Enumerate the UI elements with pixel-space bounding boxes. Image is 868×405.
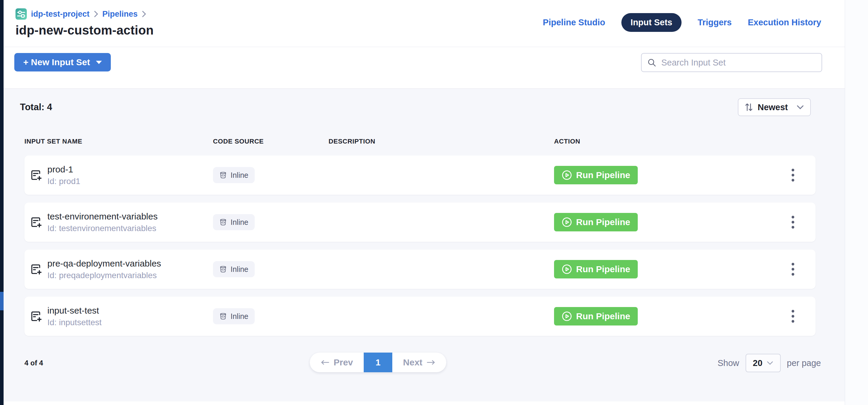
- inline-store-icon: [219, 265, 227, 273]
- play-circle-icon: [561, 311, 572, 322]
- input-set-icon: [29, 168, 42, 182]
- scrollbar-gutter: [845, 0, 868, 405]
- prev-page-button[interactable]: Prev: [310, 352, 364, 372]
- table-row[interactable]: input-set-test Id: inputsettest: [24, 297, 815, 336]
- code-source-label: Inline: [230, 218, 248, 227]
- prev-label: Prev: [334, 357, 353, 368]
- next-label: Next: [403, 357, 423, 368]
- table-row[interactable]: test-environement-variables Id: testenvi…: [24, 202, 815, 242]
- run-pipeline-button[interactable]: Run Pipeline: [554, 307, 638, 325]
- tab-input-sets[interactable]: Input Sets: [621, 13, 682, 32]
- breadcrumb: idp-test-project Pipelines: [16, 8, 154, 20]
- sort-arrows-icon: [745, 102, 753, 112]
- input-set-icon: [29, 263, 42, 276]
- row-menu-kebab-icon[interactable]: [789, 260, 797, 278]
- breadcrumb-pipelines-link[interactable]: Pipelines: [102, 9, 138, 19]
- play-circle-icon: [561, 264, 572, 275]
- pagination: Prev 1 Next: [310, 352, 446, 372]
- column-input-set-name: INPUT SET NAME: [24, 137, 213, 145]
- code-source-label: Inline: [230, 312, 248, 321]
- inline-store-icon: [219, 312, 227, 320]
- arrow-right-icon: [427, 360, 435, 365]
- column-action: ACTION: [554, 137, 845, 145]
- code-source-badge: Inline: [213, 167, 255, 183]
- tab-execution-history[interactable]: Execution History: [748, 18, 821, 27]
- page-header: idp-test-project Pipelines idp-new-custo…: [4, 0, 845, 47]
- results-count: 4 of 4: [24, 359, 43, 367]
- search-box: [641, 53, 822, 72]
- total-count-label: Total: 4: [20, 102, 52, 113]
- breadcrumb-chevron-icon: [94, 10, 98, 18]
- harness-project-icon: [16, 8, 27, 20]
- next-page-button[interactable]: Next: [392, 352, 446, 372]
- list-footer: 4 of 4 Prev 1 Next Show: [4, 352, 845, 373]
- input-set-name: test-environement-variables: [48, 212, 158, 222]
- input-set-id: Id: prod1: [48, 177, 81, 186]
- new-input-set-label: + New Input Set: [23, 57, 90, 67]
- run-pipeline-button[interactable]: Run Pipeline: [554, 213, 638, 231]
- show-label: Show: [718, 358, 739, 368]
- table-row[interactable]: pre-qa-deployment-variables Id: preqadep…: [24, 250, 815, 289]
- input-set-id: Id: preqadeploymentvariables: [48, 271, 161, 280]
- input-set-name: input-set-test: [48, 306, 101, 316]
- table-header: INPUT SET NAME CODE SOURCE DESCRIPTION A…: [24, 137, 845, 145]
- column-code-source: CODE SOURCE: [213, 137, 329, 145]
- code-source-label: Inline: [230, 171, 248, 180]
- code-source-badge: Inline: [213, 214, 255, 230]
- left-nav-rail: [0, 0, 4, 405]
- run-pipeline-label: Run Pipeline: [576, 217, 630, 227]
- toolbar: + New Input Set: [4, 47, 845, 89]
- run-pipeline-label: Run Pipeline: [576, 170, 630, 180]
- input-set-icon: [29, 216, 42, 229]
- input-set-name: pre-qa-deployment-variables: [48, 258, 161, 269]
- play-circle-icon: [561, 170, 572, 181]
- nav-scroll-thumb[interactable]: [0, 292, 4, 310]
- tab-triggers[interactable]: Triggers: [698, 18, 732, 27]
- chevron-down-icon: [797, 105, 804, 110]
- row-menu-kebab-icon[interactable]: [789, 213, 797, 231]
- run-pipeline-button[interactable]: Run Pipeline: [554, 260, 638, 278]
- page-size-value: 20: [753, 358, 762, 368]
- play-circle-icon: [561, 217, 572, 227]
- table-row[interactable]: prod-1 Id: prod1 Inline: [24, 155, 815, 195]
- run-pipeline-button[interactable]: Run Pipeline: [554, 166, 638, 184]
- input-sets-list: Total: 4 Newest INPUT SET NAME CODE SOUR…: [4, 89, 845, 401]
- breadcrumb-chevron-icon: [142, 10, 146, 18]
- inline-store-icon: [219, 171, 227, 179]
- chevron-down-icon: [767, 361, 773, 365]
- code-source-label: Inline: [230, 265, 248, 274]
- page-1-button[interactable]: 1: [364, 352, 392, 372]
- column-description: DESCRIPTION: [329, 137, 554, 145]
- per-page-label: per page: [787, 358, 821, 368]
- tab-pipeline-studio[interactable]: Pipeline Studio: [543, 18, 605, 27]
- sort-dropdown[interactable]: Newest: [738, 98, 811, 116]
- code-source-badge: Inline: [213, 261, 255, 277]
- input-set-name: prod-1: [48, 164, 81, 175]
- row-menu-kebab-icon[interactable]: [789, 307, 797, 325]
- search-icon: [647, 58, 656, 67]
- input-set-icon: [29, 310, 42, 323]
- new-input-set-button[interactable]: + New Input Set: [14, 53, 111, 71]
- input-set-id: Id: testenvironementvariables: [48, 224, 158, 233]
- page-title: idp-new-custom-action: [16, 23, 154, 37]
- pipeline-tabs: Pipeline Studio Input Sets Triggers Exec…: [543, 0, 821, 31]
- page-size-select[interactable]: 20: [746, 354, 781, 372]
- chevron-down-icon: [96, 61, 102, 64]
- main-content: idp-test-project Pipelines idp-new-custo…: [4, 0, 845, 405]
- breadcrumb-project-link[interactable]: idp-test-project: [31, 9, 90, 19]
- page-size-control: Show 20 per page: [718, 354, 821, 372]
- row-menu-kebab-icon[interactable]: [789, 166, 797, 184]
- arrow-left-icon: [320, 360, 330, 365]
- sort-value: Newest: [757, 102, 788, 112]
- inline-store-icon: [219, 218, 227, 226]
- code-source-badge: Inline: [213, 308, 255, 324]
- run-pipeline-label: Run Pipeline: [576, 311, 630, 321]
- run-pipeline-label: Run Pipeline: [576, 264, 630, 274]
- input-set-id: Id: inputsettest: [48, 318, 101, 327]
- search-input[interactable]: [661, 58, 816, 68]
